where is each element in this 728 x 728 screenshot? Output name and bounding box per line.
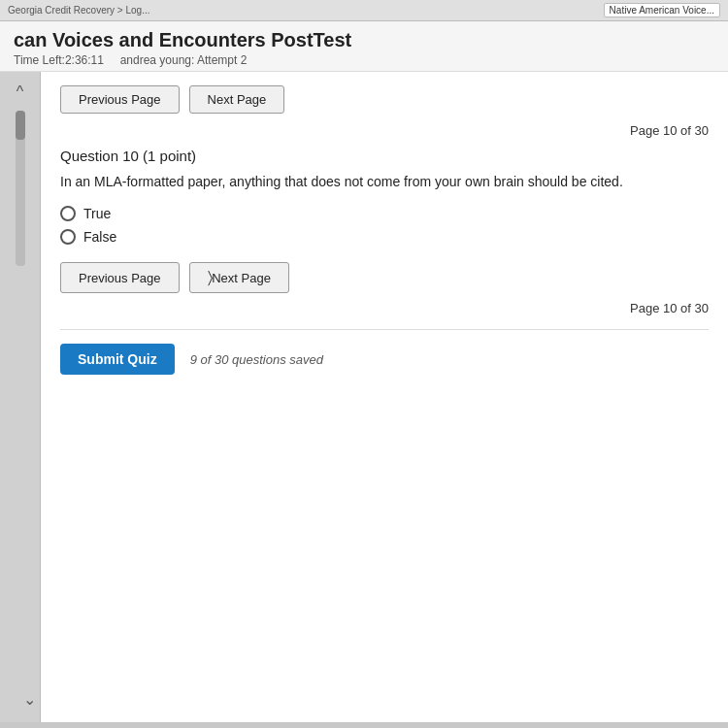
submit-quiz-button[interactable]: Submit Quiz [60, 344, 175, 375]
sidebar-up-arrow[interactable]: ^ [17, 83, 24, 101]
bottom-nav-buttons: Previous Page 〉 Next Page [60, 262, 709, 293]
page-title: can Voices and Encounters PostTest [14, 29, 714, 51]
page-indicator-top: Page 10 of 30 [60, 123, 709, 138]
question-points: (1 point) [143, 148, 196, 164]
question-text: In an MLA-formatted paper, anything that… [60, 172, 709, 192]
answer-option-true[interactable]: True [60, 206, 709, 221]
previous-page-button-top[interactable]: Previous Page [60, 85, 180, 114]
time-left-label: Time Left: [14, 53, 65, 67]
browser-address: Georgia Credit Recovery > Log... [8, 5, 149, 16]
question-header: Question 10 (1 point) [60, 148, 709, 164]
page-indicator-bottom: Page 10 of 30 [60, 301, 709, 315]
next-page-button-top[interactable]: Next Page [189, 85, 285, 114]
main-content: ^ ⌄ Previous Page Next Page Page 10 of 3… [0, 72, 728, 722]
next-page-button-bottom[interactable]: 〉 Next Page [189, 262, 289, 293]
previous-page-button-bottom[interactable]: Previous Page [60, 262, 180, 293]
sidebar-scrollbar[interactable] [16, 111, 25, 266]
answer-label-true: True [83, 206, 111, 221]
radio-false[interactable] [60, 229, 76, 245]
browser-tab-native[interactable]: Native American Voice... [604, 3, 720, 17]
page-meta: Time Left:2:36:11 andrea young: Attempt … [14, 53, 714, 67]
section-divider [60, 329, 709, 330]
submit-row: Submit Quiz 9 of 30 questions saved [60, 344, 709, 375]
answer-option-false[interactable]: False [60, 229, 709, 245]
radio-true[interactable] [60, 206, 76, 221]
sidebar-down-arrow[interactable]: ⌄ [23, 690, 36, 709]
answer-label-false: False [83, 229, 116, 245]
page-header: can Voices and Encounters PostTest Time … [0, 21, 728, 72]
content-area: Previous Page Next Page Page 10 of 30 Qu… [41, 72, 728, 722]
question-number: Question 10 [60, 148, 139, 164]
top-nav-buttons: Previous Page Next Page [60, 85, 709, 114]
user-info: andrea young: Attempt 2 [120, 53, 248, 67]
sidebar-scroll-thumb [16, 111, 25, 140]
time-left-value: 2:36:11 [65, 53, 104, 67]
saved-text: 9 of 30 questions saved [190, 352, 323, 367]
next-page-label-bottom: Next Page [212, 271, 271, 285]
browser-topbar: Georgia Credit Recovery > Log... Native … [0, 0, 728, 21]
sidebar: ^ ⌄ [0, 72, 41, 722]
